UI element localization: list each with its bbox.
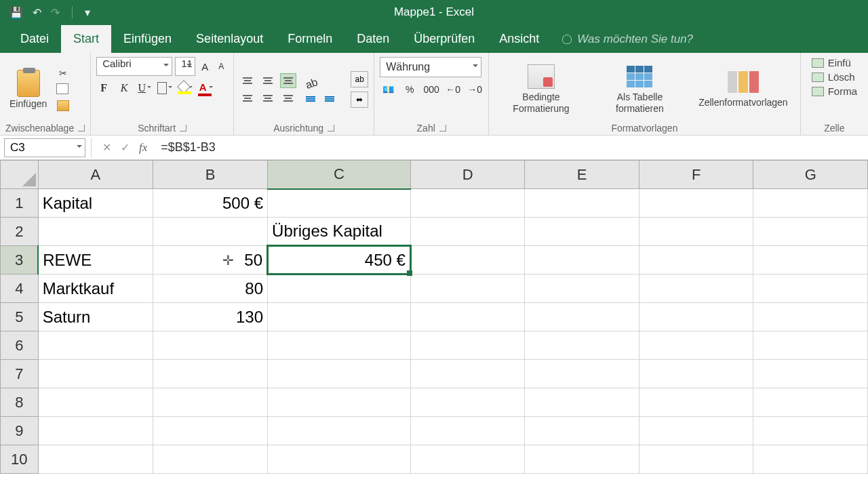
- align-right-icon[interactable]: [280, 91, 296, 106]
- cell-F6[interactable]: [639, 331, 753, 360]
- cell-D4[interactable]: [410, 274, 525, 303]
- row-header-6[interactable]: 6: [1, 331, 39, 360]
- cell-E2[interactable]: [525, 218, 639, 246]
- cell-G6[interactable]: [753, 331, 868, 360]
- cell-C6[interactable]: [268, 331, 411, 360]
- tab-view[interactable]: Ansicht: [487, 25, 551, 53]
- tab-review[interactable]: Überprüfen: [401, 25, 487, 53]
- cell-F4[interactable]: [639, 274, 753, 303]
- underline-button[interactable]: U: [137, 80, 152, 96]
- cell-G1[interactable]: [753, 189, 868, 218]
- row-header-5[interactable]: 5: [1, 303, 39, 331]
- cell-F3[interactable]: [639, 246, 753, 274]
- cell-B1[interactable]: 500 €: [153, 189, 268, 218]
- cell-A5[interactable]: Saturn: [38, 303, 153, 331]
- cell-C7[interactable]: [268, 360, 411, 388]
- wrap-text-icon[interactable]: ab: [351, 71, 368, 87]
- cell-F2[interactable]: [639, 218, 753, 246]
- cell-B5[interactable]: 130: [153, 303, 268, 331]
- cell-D5[interactable]: [410, 303, 525, 331]
- formula-input[interactable]: =$B$1-B3: [153, 140, 868, 155]
- cell-A10[interactable]: [38, 445, 153, 474]
- cell-D6[interactable]: [410, 331, 525, 360]
- cell-G7[interactable]: [753, 360, 868, 388]
- cell-A4[interactable]: Marktkauf: [38, 274, 153, 303]
- fill-handle[interactable]: [407, 270, 412, 276]
- row-header-7[interactable]: 7: [1, 360, 39, 388]
- cell-C1[interactable]: [268, 189, 411, 218]
- row-header-4[interactable]: 4: [1, 274, 39, 303]
- cell-B4[interactable]: 80: [153, 274, 268, 303]
- cell-F10[interactable]: [639, 445, 753, 474]
- cut-icon[interactable]: [56, 67, 70, 79]
- cell-G2[interactable]: [753, 218, 868, 246]
- format-cells-button[interactable]: Forma: [812, 85, 857, 97]
- spreadsheet-grid[interactable]: A B C D E F G 1Kapital500 € 2Übriges Kap…: [0, 160, 868, 474]
- save-icon[interactable]: 💾: [9, 6, 23, 19]
- paste-button[interactable]: Einfügen: [5, 70, 51, 109]
- fx-icon[interactable]: fx: [139, 141, 147, 155]
- font-size-combo[interactable]: 11: [175, 57, 195, 76]
- enter-icon[interactable]: ✓: [121, 141, 130, 155]
- align-middle-icon[interactable]: [260, 73, 276, 88]
- merge-center-icon[interactable]: ⬌: [351, 92, 368, 108]
- cell-E3[interactable]: [525, 246, 639, 274]
- col-header-C[interactable]: C: [268, 161, 411, 189]
- cell-E8[interactable]: [525, 388, 639, 417]
- cell-G4[interactable]: [753, 274, 868, 303]
- cell-D1[interactable]: [410, 189, 525, 218]
- clipboard-launcher-icon[interactable]: [78, 125, 85, 131]
- col-header-G[interactable]: G: [753, 161, 868, 189]
- row-header-8[interactable]: 8: [1, 388, 39, 417]
- cell-C2[interactable]: Übriges Kapital: [268, 218, 411, 246]
- font-name-combo[interactable]: Calibri: [96, 57, 172, 76]
- undo-icon[interactable]: ↶: [33, 6, 41, 19]
- comma-format-icon[interactable]: 000: [423, 81, 439, 98]
- cell-B7[interactable]: [153, 360, 268, 388]
- cell-B3[interactable]: 50: [153, 246, 268, 274]
- cell-D8[interactable]: [410, 388, 525, 417]
- cell-D9[interactable]: [410, 417, 525, 445]
- percent-format-icon[interactable]: %: [401, 81, 418, 98]
- cell-E9[interactable]: [525, 417, 639, 445]
- cell-D3[interactable]: [410, 246, 525, 274]
- fill-color-button[interactable]: [178, 80, 193, 96]
- delete-cells-button[interactable]: Lösch: [812, 71, 857, 83]
- cell-B10[interactable]: [153, 445, 268, 474]
- cell-B9[interactable]: [153, 417, 268, 445]
- bold-button[interactable]: F: [96, 80, 111, 96]
- cell-A7[interactable]: [38, 360, 153, 388]
- cell-B6[interactable]: [153, 331, 268, 360]
- align-bottom-icon[interactable]: [280, 73, 296, 88]
- increase-font-icon[interactable]: A: [198, 58, 212, 75]
- align-center-icon[interactable]: [260, 91, 276, 106]
- tab-formulas[interactable]: Formeln: [275, 25, 344, 53]
- cell-C10[interactable]: [268, 445, 411, 474]
- row-header-1[interactable]: 1: [1, 189, 39, 218]
- cell-G5[interactable]: [753, 303, 868, 331]
- cell-F9[interactable]: [639, 417, 753, 445]
- cell-D7[interactable]: [410, 360, 525, 388]
- cell-G8[interactable]: [753, 388, 868, 417]
- align-left-icon[interactable]: [239, 91, 256, 106]
- border-button[interactable]: [157, 80, 172, 96]
- col-header-A[interactable]: A: [38, 161, 153, 189]
- alignment-launcher-icon[interactable]: [328, 125, 334, 131]
- cell-F7[interactable]: [639, 360, 753, 388]
- cell-styles-button[interactable]: Zellenformatvorlagen: [692, 70, 795, 108]
- cell-A1[interactable]: Kapital: [38, 189, 153, 218]
- tab-data[interactable]: Daten: [344, 25, 401, 53]
- align-top-icon[interactable]: [239, 73, 256, 88]
- tab-insert[interactable]: Einfügen: [111, 25, 184, 53]
- accounting-format-icon[interactable]: 💶: [380, 81, 396, 98]
- cancel-icon[interactable]: ✕: [102, 141, 111, 155]
- select-all-corner[interactable]: [1, 161, 39, 189]
- tell-me-search[interactable]: Was möchten Sie tun?: [551, 26, 704, 53]
- cell-E4[interactable]: [525, 274, 639, 303]
- redo-icon[interactable]: ↷: [51, 6, 60, 19]
- cell-B8[interactable]: [153, 388, 268, 417]
- cell-D2[interactable]: [410, 218, 525, 246]
- cell-C3[interactable]: 450 €: [268, 246, 411, 274]
- italic-button[interactable]: K: [117, 80, 132, 96]
- orientation-icon[interactable]: ab: [304, 75, 321, 93]
